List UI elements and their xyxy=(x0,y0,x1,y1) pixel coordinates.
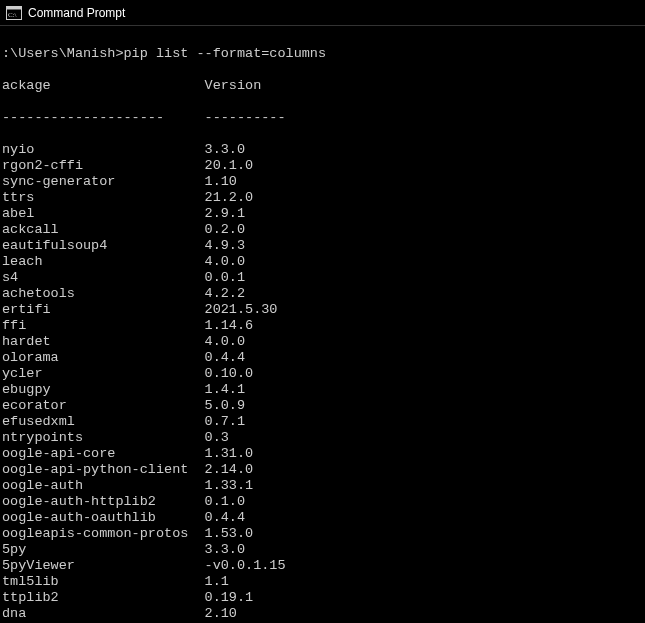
table-row: oogle-auth-httplib2 0.1.0 xyxy=(2,494,645,510)
header-col-package: ackage xyxy=(2,78,51,93)
table-row: eautifulsoup4 4.9.3 xyxy=(2,238,645,254)
svg-rect-1 xyxy=(7,6,22,9)
cmd-icon: C:\ xyxy=(6,6,22,20)
svg-text:C:\: C:\ xyxy=(8,11,17,19)
table-row: oogle-auth 1.33.1 xyxy=(2,478,645,494)
header-col-version: Version xyxy=(205,78,262,93)
table-row: dna 2.10 xyxy=(2,606,645,622)
table-row: sync-generator 1.10 xyxy=(2,174,645,190)
table-row: ertifi 2021.5.30 xyxy=(2,302,645,318)
table-row: hardet 4.0.0 xyxy=(2,334,645,350)
table-row: tml5lib 1.1 xyxy=(2,574,645,590)
header-spacer xyxy=(51,78,205,93)
prompt-line: :\Users\Manish>pip list --format=columns xyxy=(2,46,645,62)
table-row: oogle-api-core 1.31.0 xyxy=(2,446,645,462)
table-row: ttrs 21.2.0 xyxy=(2,190,645,206)
table-row: leach 4.0.0 xyxy=(2,254,645,270)
table-row: abel 2.9.1 xyxy=(2,206,645,222)
table-row: s4 0.0.1 xyxy=(2,270,645,286)
table-row: nyio 3.3.0 xyxy=(2,142,645,158)
table-row: ffi 1.14.6 xyxy=(2,318,645,334)
table-row: oogle-api-python-client 2.14.0 xyxy=(2,462,645,478)
table-row: ttplib2 0.19.1 xyxy=(2,590,645,606)
table-row: rgon2-cffi 20.1.0 xyxy=(2,158,645,174)
table-row: oogleapis-common-protos 1.53.0 xyxy=(2,526,645,542)
table-header: ackage Version xyxy=(2,78,645,94)
table-row: efusedxml 0.7.1 xyxy=(2,414,645,430)
table-row: ntrypoints 0.3 xyxy=(2,430,645,446)
table-row: olorama 0.4.4 xyxy=(2,350,645,366)
table-row: ebugpy 1.4.1 xyxy=(2,382,645,398)
table-row: ackcall 0.2.0 xyxy=(2,222,645,238)
window-title: Command Prompt xyxy=(28,6,125,20)
table-row: ycler 0.10.0 xyxy=(2,366,645,382)
table-divider: -------------------- ---------- xyxy=(2,110,645,126)
table-row: 5pyViewer -v0.0.1.15 xyxy=(2,558,645,574)
terminal-output[interactable]: :\Users\Manish>pip list --format=columns… xyxy=(0,26,645,623)
table-row: achetools 4.2.2 xyxy=(2,286,645,302)
table-row: ecorator 5.0.9 xyxy=(2,398,645,414)
table-row: oogle-auth-oauthlib 0.4.4 xyxy=(2,510,645,526)
table-row: 5py 3.3.0 xyxy=(2,542,645,558)
titlebar[interactable]: C:\ Command Prompt xyxy=(0,0,645,26)
